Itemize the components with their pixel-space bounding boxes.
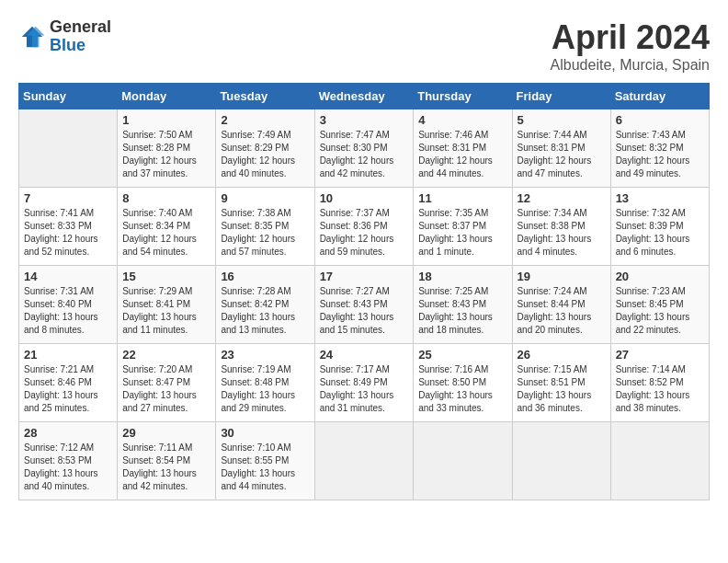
location: Albudeite, Murcia, Spain xyxy=(551,57,710,74)
day-number: 23 xyxy=(221,348,309,362)
weekday-header: Saturday xyxy=(610,84,709,109)
day-number: 28 xyxy=(24,426,112,440)
weekday-header: Friday xyxy=(512,84,610,109)
day-number: 21 xyxy=(24,348,112,362)
calendar-cell: 17Sunrise: 7:27 AM Sunset: 8:43 PM Dayli… xyxy=(314,266,414,344)
calendar-cell: 27Sunrise: 7:14 AM Sunset: 8:52 PM Dayli… xyxy=(610,344,709,422)
logo: General Blue xyxy=(18,18,111,55)
day-info: Sunrise: 7:27 AM Sunset: 8:43 PM Dayligh… xyxy=(320,285,409,337)
weekday-header-row: SundayMondayTuesdayWednesdayThursdayFrid… xyxy=(19,84,710,109)
calendar-cell: 12Sunrise: 7:34 AM Sunset: 8:38 PM Dayli… xyxy=(512,188,610,266)
day-info: Sunrise: 7:32 AM Sunset: 8:39 PM Dayligh… xyxy=(616,207,704,259)
day-info: Sunrise: 7:44 AM Sunset: 8:31 PM Dayligh… xyxy=(518,129,606,180)
day-info: Sunrise: 7:29 AM Sunset: 8:41 PM Dayligh… xyxy=(122,285,210,337)
day-number: 6 xyxy=(616,113,704,127)
day-info: Sunrise: 7:49 AM Sunset: 8:29 PM Dayligh… xyxy=(221,129,309,180)
day-info: Sunrise: 7:37 AM Sunset: 8:36 PM Dayligh… xyxy=(320,207,409,259)
day-number: 13 xyxy=(616,191,704,205)
calendar-cell: 7Sunrise: 7:41 AM Sunset: 8:33 PM Daylig… xyxy=(19,188,118,266)
day-number: 5 xyxy=(518,113,606,127)
calendar-cell: 22Sunrise: 7:20 AM Sunset: 8:47 PM Dayli… xyxy=(118,344,216,422)
calendar-cell: 1Sunrise: 7:50 AM Sunset: 8:28 PM Daylig… xyxy=(118,109,216,188)
day-info: Sunrise: 7:50 AM Sunset: 8:28 PM Dayligh… xyxy=(122,129,210,180)
weekday-header: Sunday xyxy=(19,84,118,109)
day-number: 26 xyxy=(518,348,606,362)
calendar-cell: 26Sunrise: 7:15 AM Sunset: 8:51 PM Dayli… xyxy=(512,344,610,422)
day-number: 3 xyxy=(320,113,409,127)
calendar-cell: 30Sunrise: 7:10 AM Sunset: 8:55 PM Dayli… xyxy=(216,422,314,500)
day-number: 11 xyxy=(418,191,506,205)
day-number: 27 xyxy=(616,348,704,362)
day-number: 18 xyxy=(418,270,506,283)
calendar-week-row: 21Sunrise: 7:21 AM Sunset: 8:46 PM Dayli… xyxy=(19,344,710,422)
calendar-week-row: 1Sunrise: 7:50 AM Sunset: 8:28 PM Daylig… xyxy=(19,109,710,188)
day-number: 20 xyxy=(616,270,704,283)
day-info: Sunrise: 7:41 AM Sunset: 8:33 PM Dayligh… xyxy=(24,207,112,259)
calendar-cell: 29Sunrise: 7:11 AM Sunset: 8:54 PM Dayli… xyxy=(118,422,216,500)
day-number: 14 xyxy=(24,270,112,283)
weekday-header: Tuesday xyxy=(216,84,314,109)
day-number: 8 xyxy=(122,191,210,205)
calendar-week-row: 14Sunrise: 7:31 AM Sunset: 8:40 PM Dayli… xyxy=(19,266,710,344)
calendar-cell xyxy=(19,109,118,188)
day-info: Sunrise: 7:25 AM Sunset: 8:43 PM Dayligh… xyxy=(418,285,506,337)
header: General Blue April 2024 Albudeite, Murci… xyxy=(18,18,710,74)
day-info: Sunrise: 7:19 AM Sunset: 8:48 PM Dayligh… xyxy=(221,363,309,415)
day-info: Sunrise: 7:16 AM Sunset: 8:50 PM Dayligh… xyxy=(418,363,506,415)
day-number: 9 xyxy=(221,191,309,205)
weekday-header: Wednesday xyxy=(314,84,414,109)
logo-general-text: General xyxy=(50,18,111,37)
day-info: Sunrise: 7:14 AM Sunset: 8:52 PM Dayligh… xyxy=(616,363,704,415)
weekday-header: Monday xyxy=(118,84,216,109)
day-number: 24 xyxy=(320,348,409,362)
day-info: Sunrise: 7:38 AM Sunset: 8:35 PM Dayligh… xyxy=(221,207,309,259)
day-info: Sunrise: 7:20 AM Sunset: 8:47 PM Dayligh… xyxy=(122,363,210,415)
calendar-cell: 3Sunrise: 7:47 AM Sunset: 8:30 PM Daylig… xyxy=(314,109,414,188)
day-info: Sunrise: 7:43 AM Sunset: 8:32 PM Dayligh… xyxy=(616,129,704,180)
day-info: Sunrise: 7:34 AM Sunset: 8:38 PM Dayligh… xyxy=(518,207,606,259)
day-number: 1 xyxy=(122,113,210,127)
day-info: Sunrise: 7:46 AM Sunset: 8:31 PM Dayligh… xyxy=(418,129,506,180)
logo-blue-text: Blue xyxy=(50,37,111,55)
calendar-week-row: 7Sunrise: 7:41 AM Sunset: 8:33 PM Daylig… xyxy=(19,188,710,266)
calendar-cell: 10Sunrise: 7:37 AM Sunset: 8:36 PM Dayli… xyxy=(314,188,414,266)
calendar-table: SundayMondayTuesdayWednesdayThursdayFrid… xyxy=(18,83,710,500)
calendar-cell: 16Sunrise: 7:28 AM Sunset: 8:42 PM Dayli… xyxy=(216,266,314,344)
day-info: Sunrise: 7:28 AM Sunset: 8:42 PM Dayligh… xyxy=(221,285,309,337)
calendar-cell: 18Sunrise: 7:25 AM Sunset: 8:43 PM Dayli… xyxy=(414,266,512,344)
calendar-cell: 25Sunrise: 7:16 AM Sunset: 8:50 PM Dayli… xyxy=(414,344,512,422)
month-title: April 2024 xyxy=(551,18,710,57)
day-number: 29 xyxy=(122,426,210,440)
day-number: 19 xyxy=(518,270,606,283)
day-info: Sunrise: 7:21 AM Sunset: 8:46 PM Dayligh… xyxy=(24,363,112,415)
day-number: 2 xyxy=(221,113,309,127)
day-number: 7 xyxy=(24,191,112,205)
calendar-cell: 5Sunrise: 7:44 AM Sunset: 8:31 PM Daylig… xyxy=(512,109,610,188)
day-info: Sunrise: 7:40 AM Sunset: 8:34 PM Dayligh… xyxy=(122,207,210,259)
day-info: Sunrise: 7:12 AM Sunset: 8:53 PM Dayligh… xyxy=(24,442,112,493)
day-number: 22 xyxy=(122,348,210,362)
day-info: Sunrise: 7:24 AM Sunset: 8:44 PM Dayligh… xyxy=(518,285,606,337)
calendar-cell: 24Sunrise: 7:17 AM Sunset: 8:49 PM Dayli… xyxy=(314,344,414,422)
logo-icon xyxy=(18,23,46,51)
title-block: April 2024 Albudeite, Murcia, Spain xyxy=(551,18,710,74)
day-info: Sunrise: 7:47 AM Sunset: 8:30 PM Dayligh… xyxy=(320,129,409,180)
day-number: 4 xyxy=(418,113,506,127)
calendar-cell: 28Sunrise: 7:12 AM Sunset: 8:53 PM Dayli… xyxy=(19,422,118,500)
day-number: 16 xyxy=(221,270,309,283)
calendar-week-row: 28Sunrise: 7:12 AM Sunset: 8:53 PM Dayli… xyxy=(19,422,710,500)
calendar-cell xyxy=(512,422,610,500)
weekday-header: Thursday xyxy=(414,84,512,109)
calendar-cell: 2Sunrise: 7:49 AM Sunset: 8:29 PM Daylig… xyxy=(216,109,314,188)
calendar-cell: 14Sunrise: 7:31 AM Sunset: 8:40 PM Dayli… xyxy=(19,266,118,344)
calendar-cell: 11Sunrise: 7:35 AM Sunset: 8:37 PM Dayli… xyxy=(414,188,512,266)
day-number: 15 xyxy=(122,270,210,283)
day-number: 10 xyxy=(320,191,409,205)
day-info: Sunrise: 7:23 AM Sunset: 8:45 PM Dayligh… xyxy=(616,285,704,337)
calendar-cell: 19Sunrise: 7:24 AM Sunset: 8:44 PM Dayli… xyxy=(512,266,610,344)
calendar-cell: 21Sunrise: 7:21 AM Sunset: 8:46 PM Dayli… xyxy=(19,344,118,422)
calendar-cell xyxy=(414,422,512,500)
calendar-cell: 23Sunrise: 7:19 AM Sunset: 8:48 PM Dayli… xyxy=(216,344,314,422)
calendar-cell: 15Sunrise: 7:29 AM Sunset: 8:41 PM Dayli… xyxy=(118,266,216,344)
day-number: 12 xyxy=(518,191,606,205)
